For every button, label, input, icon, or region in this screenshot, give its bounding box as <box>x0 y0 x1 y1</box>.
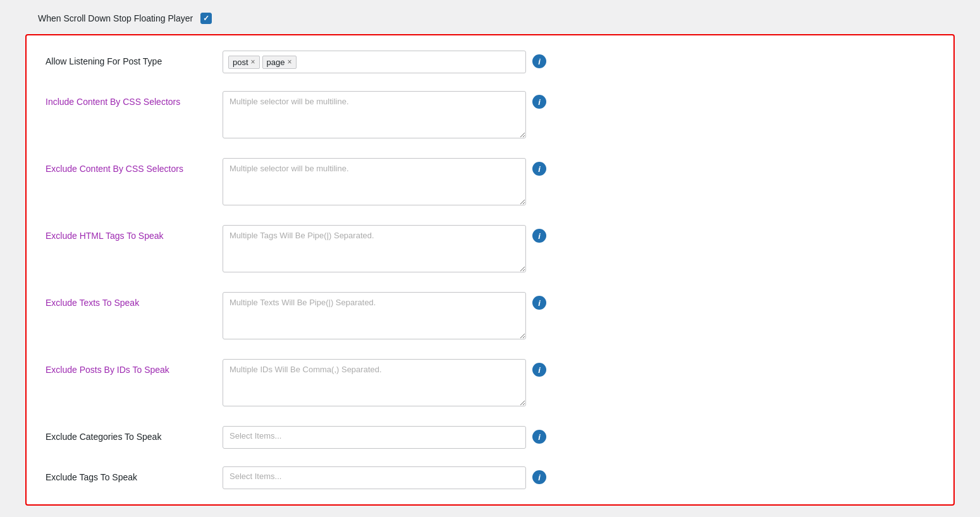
textarea-exclude-html-tags[interactable] <box>223 225 526 272</box>
info-icon-exclude-posts-ids[interactable]: i <box>532 363 546 377</box>
setting-label-exclude-html-tags: Exclude HTML Tags To Speak <box>46 225 223 243</box>
setting-control-exclude-css: i <box>223 158 934 207</box>
settings-box: Allow Listening For Post Typepost×page×i… <box>25 34 955 506</box>
setting-label-exclude-css: Exclude Content By CSS Selectors <box>46 158 223 176</box>
select-exclude-categories[interactable]: Select Items... <box>223 426 526 449</box>
textarea-wrapper-exclude-posts-ids <box>223 359 526 408</box>
setting-row-include-css: Include Content By CSS Selectorsi <box>46 91 934 140</box>
setting-control-exclude-tags: Select Items...i <box>223 466 934 489</box>
textarea-exclude-css[interactable] <box>223 158 526 205</box>
textarea-wrapper-include-css <box>223 91 526 140</box>
setting-label-exclude-tags: Exclude Tags To Speak <box>46 466 223 484</box>
setting-row-exclude-css: Exclude Content By CSS Selectorsi <box>46 158 934 207</box>
top-setting-row: When Scroll Down Stop Floating Player <box>25 13 955 24</box>
setting-row-exclude-posts-ids: Exclude Posts By IDs To Speaki <box>46 359 934 408</box>
info-icon-exclude-categories[interactable]: i <box>532 430 546 444</box>
tag-label: page <box>267 58 285 67</box>
info-icon-exclude-css[interactable]: i <box>532 162 546 176</box>
textarea-wrapper-exclude-texts <box>223 292 526 341</box>
tag-remove-post[interactable]: × <box>251 58 255 66</box>
setting-control-exclude-texts: i <box>223 292 934 341</box>
info-icon-exclude-html-tags[interactable]: i <box>532 229 546 243</box>
setting-row-exclude-texts: Exclude Texts To Speaki <box>46 292 934 341</box>
setting-label-exclude-categories: Exclude Categories To Speak <box>46 426 223 444</box>
setting-control-allow-listening: post×page×i <box>223 51 934 73</box>
tag-label: post <box>233 58 248 67</box>
select-wrapper-exclude-tags: Select Items... <box>223 466 526 489</box>
info-icon-exclude-texts[interactable]: i <box>532 296 546 310</box>
tag-remove-page[interactable]: × <box>288 58 292 66</box>
info-icon-include-css[interactable]: i <box>532 95 546 109</box>
tags-input-allow-listening[interactable]: post×page× <box>223 51 526 73</box>
textarea-include-css[interactable] <box>223 91 526 138</box>
textarea-wrapper-exclude-html-tags <box>223 225 526 274</box>
setting-row-exclude-categories: Exclude Categories To SpeakSelect Items.… <box>46 426 934 449</box>
setting-control-exclude-html-tags: i <box>223 225 934 274</box>
setting-control-exclude-posts-ids: i <box>223 359 934 408</box>
setting-control-exclude-categories: Select Items...i <box>223 426 934 449</box>
textarea-exclude-texts[interactable] <box>223 292 526 339</box>
select-wrapper-exclude-categories: Select Items... <box>223 426 526 449</box>
tag-item-page: page× <box>262 56 297 69</box>
scroll-stop-checkbox[interactable] <box>200 13 212 24</box>
select-exclude-tags[interactable]: Select Items... <box>223 466 526 489</box>
setting-row-exclude-html-tags: Exclude HTML Tags To Speaki <box>46 225 934 274</box>
setting-label-exclude-posts-ids: Exclude Posts By IDs To Speak <box>46 359 223 377</box>
info-icon-exclude-tags[interactable]: i <box>532 470 546 484</box>
setting-label-exclude-texts: Exclude Texts To Speak <box>46 292 223 310</box>
textarea-exclude-posts-ids[interactable] <box>223 359 526 406</box>
tag-item-post: post× <box>228 56 260 69</box>
top-setting-label: When Scroll Down Stop Floating Player <box>38 13 193 23</box>
setting-control-include-css: i <box>223 91 934 140</box>
textarea-wrapper-exclude-css <box>223 158 526 207</box>
info-icon-allow-listening[interactable]: i <box>532 54 546 68</box>
setting-label-allow-listening: Allow Listening For Post Type <box>46 51 223 68</box>
setting-row-exclude-tags: Exclude Tags To SpeakSelect Items...i <box>46 466 934 489</box>
setting-row-allow-listening: Allow Listening For Post Typepost×page×i <box>46 51 934 73</box>
setting-label-include-css: Include Content By CSS Selectors <box>46 91 223 109</box>
